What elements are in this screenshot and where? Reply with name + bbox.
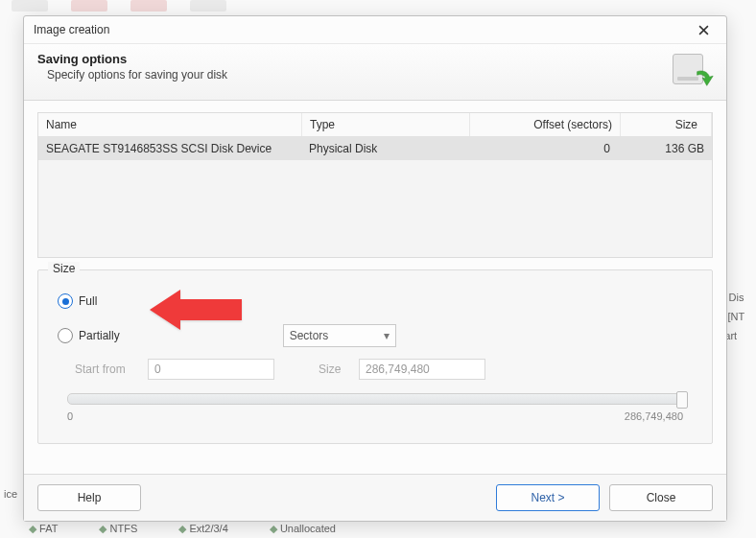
slider-min: 0 — [67, 410, 73, 422]
col-size[interactable]: Size — [621, 113, 712, 136]
titlebar: Image creation — [24, 16, 726, 44]
radio-partially-row[interactable]: Partially Sectors ▾ — [58, 324, 698, 347]
dialog-footer: Help Next > Close — [24, 474, 726, 521]
bg-toolbar-icons — [0, 0, 756, 14]
table-row[interactable]: SEAGATE ST9146853SS SCSI Disk Device Phy… — [38, 137, 712, 160]
start-from-label: Start from — [75, 363, 140, 376]
window-title: Image creation — [34, 23, 686, 36]
cell-offset: 0 — [468, 137, 618, 160]
image-creation-dialog: Image creation Saving options Specify op… — [23, 15, 727, 522]
slider-max: 286,749,480 — [625, 410, 683, 422]
cell-type: Physical Disk — [301, 137, 468, 160]
close-icon[interactable] — [686, 18, 721, 41]
bg-text: ice — [4, 488, 17, 500]
col-name[interactable]: Name — [38, 113, 302, 136]
range-slider[interactable]: 0 286,749,480 — [67, 393, 683, 422]
header-title: Saving options — [37, 52, 669, 66]
bg-legend: FAT NTFS Ext2/3/4 Unallocated — [29, 523, 374, 535]
unit-select-value: Sectors — [290, 329, 329, 342]
bg-text: NTFS — [99, 523, 137, 534]
disk-save-icon — [669, 52, 713, 90]
radio-full-row[interactable]: Full — [58, 290, 698, 313]
size-legend: Size — [48, 262, 80, 275]
cell-size: 136 GB — [618, 137, 712, 160]
next-button[interactable]: Next > — [496, 484, 600, 511]
radio-full[interactable] — [58, 293, 73, 309]
dialog-body: Name Type Offset (sectors) Size SEAGATE … — [24, 101, 726, 474]
slider-track[interactable] — [67, 393, 683, 405]
col-type[interactable]: Type — [302, 113, 470, 136]
bg-text: FAT — [29, 523, 58, 534]
close-button[interactable]: Close — [609, 484, 713, 511]
slider-thumb[interactable] — [676, 391, 688, 409]
dialog-header: Saving options Specify options for savin… — [24, 44, 726, 101]
size-group: Size Full Partially Sectors ▾ Start from… — [37, 269, 713, 444]
radio-partially[interactable] — [58, 328, 73, 343]
size-label: Size — [319, 363, 351, 376]
cell-name: SEAGATE ST9146853SS SCSI Disk Device — [38, 137, 301, 160]
unit-select[interactable]: Sectors ▾ — [283, 324, 396, 347]
chevron-down-icon: ▾ — [384, 329, 390, 342]
start-from-input[interactable]: 0 — [148, 359, 274, 380]
disk-table: Name Type Offset (sectors) Size SEAGATE … — [37, 112, 713, 258]
col-offset[interactable]: Offset (sectors) — [470, 113, 621, 136]
start-size-row: Start from 0 Size 286,749,480 — [75, 359, 698, 380]
help-button[interactable]: Help — [37, 484, 141, 511]
radio-partially-label: Partially — [79, 329, 120, 342]
header-subtitle: Specify options for saving your disk — [47, 68, 669, 82]
table-header: Name Type Offset (sectors) Size — [38, 113, 712, 137]
bg-text: Ext2/3/4 — [178, 523, 227, 534]
bg-text: Unallocated — [270, 523, 336, 534]
size-input[interactable]: 286,749,480 — [359, 359, 485, 380]
radio-full-label: Full — [79, 294, 97, 308]
